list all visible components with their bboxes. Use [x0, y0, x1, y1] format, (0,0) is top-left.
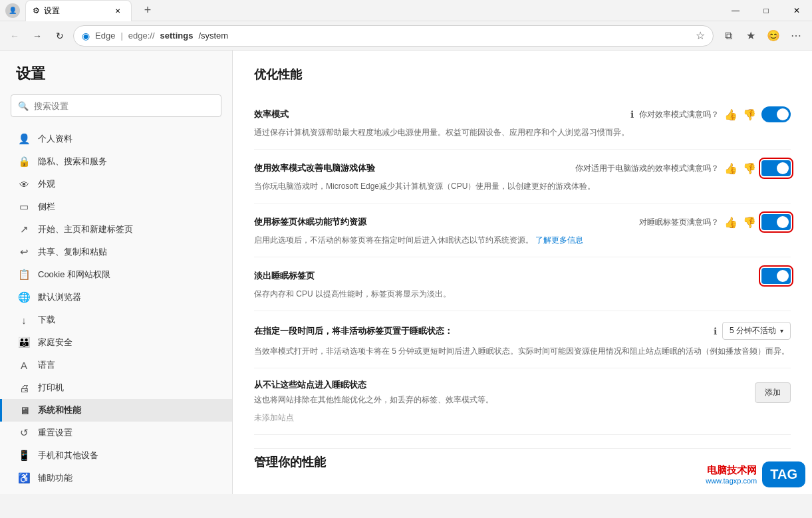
game-mode-title: 使用效率模式改善电脑游戏体验	[254, 162, 570, 174]
sleep-timeout-dropdown[interactable]: 5 分钟不活动 ▾	[722, 322, 791, 340]
sidebar-item-system[interactable]: 🖥 系统和性能	[0, 399, 232, 422]
address-edge-label: Edge	[95, 31, 115, 41]
sidebar-title: 设置	[0, 64, 232, 94]
sidebar-item-language[interactable]: A 语言	[0, 354, 232, 376]
sidebar-item-default-browser[interactable]: 🌐 默认浏览器	[0, 286, 232, 309]
tab-sleep-toggle[interactable]	[761, 214, 791, 230]
fade-sleeping-toggle[interactable]	[761, 268, 791, 284]
thumbs-down-icon[interactable]: 👎	[743, 108, 756, 121]
sidebar-item-start[interactable]: ↗ 开始、主页和新建标签页	[0, 218, 232, 241]
fade-sleeping-title: 淡出睡眠标签页	[254, 270, 756, 282]
sidebar-icon: ▭	[18, 201, 30, 213]
sidebar-item-appearance[interactable]: 👁 外观	[0, 173, 232, 195]
sidebar-item-label-accessibility: 辅助功能	[38, 472, 72, 484]
address-separator: |	[120, 31, 122, 41]
maximize-button[interactable]: □	[751, 0, 781, 21]
avatar: 👤	[5, 3, 20, 18]
titlebar-left: 👤 ⚙ 设置 ✕ +	[5, 0, 158, 21]
address-right-icons: ☆	[696, 29, 705, 42]
refresh-button[interactable]: ↻	[51, 27, 69, 45]
split-view-button[interactable]: ⧉	[718, 25, 739, 47]
address-box[interactable]: ◉ Edge | edge://settings/system ☆	[73, 25, 714, 47]
tab-settings-label: 设置	[44, 5, 60, 17]
sidebar-item-accessibility[interactable]: ♿ 辅助功能	[0, 467, 232, 489]
minimize-button[interactable]: —	[720, 0, 751, 21]
reset-icon: ↺	[18, 427, 30, 439]
sidebar-item-cookies[interactable]: 📋 Cookie 和网站权限	[0, 263, 232, 286]
phone-icon: 📱	[18, 450, 30, 461]
forward-button[interactable]: →	[28, 27, 47, 45]
blocked-sites-title: 从不让这些站点进入睡眠状态	[254, 379, 749, 391]
toolbar-right: ⧉ ★ 😊 ⋯	[718, 25, 807, 47]
back-button[interactable]: ←	[5, 27, 24, 45]
sidebar-item-printer[interactable]: 🖨 打印机	[0, 376, 232, 399]
sidebar-item-reset[interactable]: ↺ 重置设置	[0, 422, 232, 444]
address-path: /system	[198, 31, 228, 41]
sidebar-item-phone[interactable]: 📱 手机和其他设备	[0, 444, 232, 467]
sidebar-item-label-downloads: 下载	[38, 314, 55, 326]
address-domain: settings	[160, 31, 194, 41]
printer-icon: 🖨	[18, 382, 30, 394]
sleep-timeout-header: 在指定一段时间后，将非活动标签页置于睡眠状态： ℹ 5 分钟不活动 ▾	[254, 322, 791, 340]
close-button[interactable]: ✕	[781, 0, 812, 21]
game-mode-right-group: 你对适用于电脑游戏的效率模式满意吗？ 👍 👎	[575, 160, 791, 176]
sidebar-item-label-cookies: Cookie 和网站权限	[38, 269, 110, 281]
sidebar-item-about[interactable]: ◎ 关于 Microsoft Edge	[0, 489, 232, 494]
favorites-button[interactable]: ★	[740, 25, 761, 47]
cookies-icon: 📋	[18, 269, 30, 281]
sidebar-item-label-language: 语言	[38, 359, 55, 371]
new-tab-button[interactable]: +	[137, 0, 158, 21]
efficiency-mode-desc: 通过保存计算机资源帮助最大程度地减少电源使用量。权益可能因设备、应用程序和个人浏…	[254, 126, 791, 138]
sidebar-item-family-safety[interactable]: 👪 家庭安全	[0, 331, 232, 354]
main-layout: 设置 🔍 👤 个人资料 🔒 隐私、搜索和服务 👁 外观 ▭ 侧栏 ↗ 开始、主页…	[0, 51, 812, 494]
efficiency-mode-toggle[interactable]	[761, 106, 791, 122]
sleep-timeout-title: 在指定一段时间后，将非活动标签页置于睡眠状态：	[254, 325, 708, 337]
fade-sleeping-desc: 保存内存和 CPU 以提高性能时，标签页将显示为淡出。	[254, 288, 791, 300]
sleep-thumbs-down-icon[interactable]: 👎	[743, 216, 756, 229]
sidebar-item-label-profile: 个人资料	[38, 133, 72, 145]
sidebar-item-label-family-safety: 家庭安全	[38, 336, 72, 348]
sleep-thumbs-up-icon[interactable]: 👍	[724, 216, 738, 229]
sidebar: 设置 🔍 👤 个人资料 🔒 隐私、搜索和服务 👁 外观 ▭ 侧栏 ↗ 开始、主页…	[0, 51, 233, 494]
game-mode-row: 使用效率模式改善电脑游戏体验 你对适用于电脑游戏的效率模式满意吗？ 👍 👎	[254, 160, 791, 176]
settings-more-button[interactable]: ⋯	[785, 25, 807, 47]
efficiency-mode-item: 效率模式 ℹ 你对效率模式满意吗？ 👍 👎 通过保存计算机资源帮助最大程度地减少…	[254, 96, 791, 150]
sidebar-item-sidebar[interactable]: ▭ 侧栏	[0, 195, 232, 218]
search-input[interactable]	[34, 101, 214, 111]
search-box[interactable]: 🔍	[11, 94, 221, 117]
tab-sleep-item: 使用标签页休眠功能节约资源 对睡眠标签页满意吗？ 👍 👎 启用此选项后，不活动的…	[254, 203, 791, 257]
search-icon: 🔍	[18, 101, 29, 111]
tab-sleep-desc: 启用此选项后，不活动的标签页将在指定时间后进入休眠状态以节约系统资源。 了解更多…	[254, 234, 791, 246]
sidebar-item-label-system: 系统和性能	[38, 404, 81, 416]
fade-sleeping-item: 淡出睡眠标签页 保存内存和 CPU 以提高性能时，标签页将显示为淡出。	[254, 257, 791, 311]
sidebar-item-label-appearance: 外观	[38, 178, 55, 190]
sleep-timeout-info-icon[interactable]: ℹ	[714, 326, 717, 336]
tab-close-button[interactable]: ✕	[112, 5, 123, 16]
downloads-icon: ↓	[18, 315, 30, 326]
sidebar-item-label-phone: 手机和其他设备	[38, 450, 98, 461]
sidebar-item-privacy[interactable]: 🔒 隐私、搜索和服务	[0, 150, 232, 173]
share-icon: ↩	[18, 246, 30, 258]
sidebar-item-share[interactable]: ↩ 共享、复制和粘贴	[0, 241, 232, 263]
active-tab[interactable]: ⚙ 设置 ✕	[25, 0, 132, 21]
sidebar-item-downloads[interactable]: ↓ 下载	[0, 309, 232, 331]
sidebar-item-label-default-browser: 默认浏览器	[38, 291, 81, 303]
star-icon[interactable]: ☆	[696, 29, 705, 42]
sidebar-item-label-sidebar: 侧栏	[38, 201, 55, 213]
efficiency-info-icon[interactable]: ℹ	[630, 109, 634, 120]
sleep-timeout-section: 在指定一段时间后，将非活动标签页置于睡眠状态： ℹ 5 分钟不活动 ▾ 当效率模…	[254, 311, 791, 368]
accessibility-icon: ♿	[18, 472, 30, 484]
game-thumbs-up-icon[interactable]: 👍	[724, 162, 738, 175]
game-mode-toggle[interactable]	[761, 160, 791, 176]
game-thumbs-down-icon[interactable]: 👎	[743, 162, 756, 175]
sidebar-item-label-share: 共享、复制和粘贴	[38, 246, 107, 258]
tab-settings-icon: ⚙	[33, 6, 40, 15]
thumbs-up-icon[interactable]: 👍	[724, 108, 738, 121]
tab-sleep-learn-more[interactable]: 了解更多信息	[535, 235, 583, 245]
add-site-button[interactable]: 添加	[755, 382, 791, 403]
tab-sleep-question: 对睡眠标签页满意吗？	[639, 217, 719, 228]
game-mode-desc: 当你玩电脑游戏时，Microsoft Edge减少其计算机资源（CPU）使用量，…	[254, 180, 791, 192]
sidebar-item-label-printer: 打印机	[38, 382, 64, 394]
browser-essentials-button[interactable]: 😊	[763, 25, 784, 47]
sidebar-item-profile[interactable]: 👤 个人资料	[0, 128, 232, 150]
